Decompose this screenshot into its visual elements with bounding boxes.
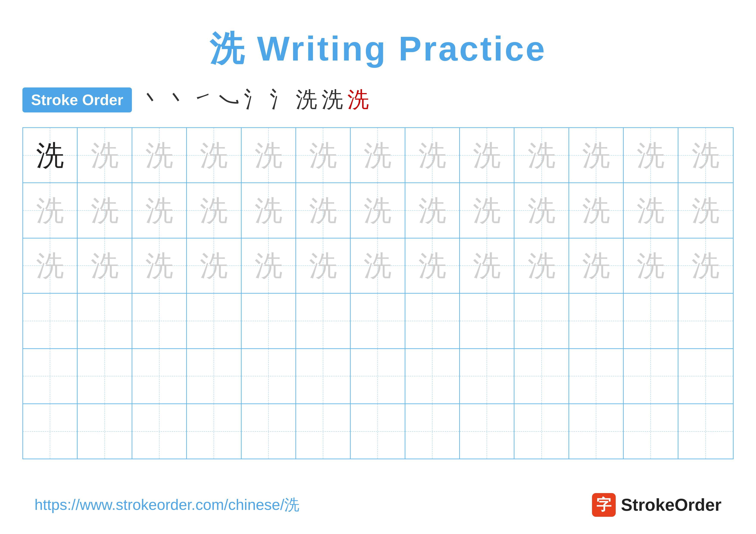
grid-cell-4-4[interactable]: [187, 293, 241, 348]
footer-logo: 字 StrokeOrder: [592, 493, 721, 517]
grid-cell-6-3[interactable]: [132, 404, 187, 459]
grid-cell-4-7[interactable]: [351, 293, 405, 348]
grid-cell-4-3[interactable]: [132, 293, 187, 348]
grid-cell-1-6[interactable]: 洗: [296, 128, 351, 183]
char-light: 洗: [691, 141, 719, 169]
grid-cell-4-2[interactable]: [78, 293, 132, 348]
grid-row-4: [23, 293, 733, 349]
grid-cell-5-7[interactable]: [351, 349, 405, 403]
grid-cell-5-9[interactable]: [460, 349, 514, 403]
grid-cell-4-5[interactable]: [242, 293, 296, 348]
grid-cell-2-13[interactable]: 洗: [678, 183, 733, 238]
grid-cell-6-10[interactable]: [514, 404, 569, 459]
grid-cell-3-10[interactable]: 洗: [514, 239, 569, 293]
grid-cell-6-8[interactable]: [405, 404, 460, 459]
grid-cell-4-11[interactable]: [569, 293, 624, 348]
grid-cell-3-1[interactable]: 洗: [23, 239, 78, 293]
grid-cell-3-12[interactable]: 洗: [624, 239, 678, 293]
grid-cell-4-1[interactable]: [23, 293, 78, 348]
grid-cell-1-10[interactable]: 洗: [514, 128, 569, 183]
char-light: 洗: [255, 196, 283, 224]
grid-cell-4-6[interactable]: [296, 293, 351, 348]
grid-cell-1-7[interactable]: 洗: [351, 128, 405, 183]
grid-cell-1-11[interactable]: 洗: [569, 128, 624, 183]
grid-cell-1-1[interactable]: 洗: [23, 128, 78, 183]
grid-cell-3-6[interactable]: 洗: [296, 239, 351, 293]
grid-cell-1-12[interactable]: 洗: [624, 128, 678, 183]
grid-cell-6-9[interactable]: [460, 404, 514, 459]
grid-cell-2-1[interactable]: 洗: [23, 183, 78, 238]
char-black: 洗: [36, 141, 64, 169]
grid-cell-3-3[interactable]: 洗: [132, 239, 187, 293]
char-light: 洗: [145, 141, 173, 169]
grid-cell-5-13[interactable]: [678, 349, 733, 403]
grid-cell-3-5[interactable]: 洗: [242, 239, 296, 293]
stroke-1: 丶: [141, 85, 162, 114]
stroke-8: 洗: [322, 85, 343, 114]
grid-cell-3-4[interactable]: 洗: [187, 239, 241, 293]
grid-cell-5-3[interactable]: [132, 349, 187, 403]
grid-cell-2-4[interactable]: 洗: [187, 183, 241, 238]
grid-cell-1-8[interactable]: 洗: [405, 128, 460, 183]
grid-cell-1-13[interactable]: 洗: [678, 128, 733, 183]
grid-cell-2-5[interactable]: 洗: [242, 183, 296, 238]
grid-cell-1-3[interactable]: 洗: [132, 128, 187, 183]
grid-cell-5-10[interactable]: [514, 349, 569, 403]
grid-cell-3-13[interactable]: 洗: [678, 239, 733, 293]
grid-cell-2-11[interactable]: 洗: [569, 183, 624, 238]
char-light: 洗: [473, 196, 501, 224]
stroke-5: 氵: [244, 85, 265, 114]
stroke-6: 氵: [270, 85, 291, 114]
grid-cell-2-8[interactable]: 洗: [405, 183, 460, 238]
grid-cell-3-8[interactable]: 洗: [405, 239, 460, 293]
grid-cell-2-3[interactable]: 洗: [132, 183, 187, 238]
grid-row-3: 洗 洗 洗 洗 洗 洗 洗 洗 洗: [23, 239, 733, 293]
char-light: 洗: [36, 252, 64, 280]
practice-grid: 洗 洗 洗 洗 洗 洗 洗 洗 洗: [22, 127, 734, 459]
grid-cell-2-10[interactable]: 洗: [514, 183, 569, 238]
grid-cell-5-4[interactable]: [187, 349, 241, 403]
grid-cell-6-7[interactable]: [351, 404, 405, 459]
grid-cell-2-7[interactable]: 洗: [351, 183, 405, 238]
char-light: 洗: [364, 252, 392, 280]
grid-cell-5-1[interactable]: [23, 349, 78, 403]
grid-cell-4-12[interactable]: [624, 293, 678, 348]
grid-cell-6-2[interactable]: [78, 404, 132, 459]
grid-cell-4-9[interactable]: [460, 293, 514, 348]
grid-cell-3-2[interactable]: 洗: [78, 239, 132, 293]
grid-cell-1-5[interactable]: 洗: [242, 128, 296, 183]
grid-cell-2-2[interactable]: 洗: [78, 183, 132, 238]
grid-cell-5-6[interactable]: [296, 349, 351, 403]
grid-cell-6-1[interactable]: [23, 404, 78, 459]
grid-cell-6-4[interactable]: [187, 404, 241, 459]
grid-cell-4-10[interactable]: [514, 293, 569, 348]
grid-cell-6-5[interactable]: [242, 404, 296, 459]
char-light: 洗: [418, 196, 446, 224]
stroke-order-section: Stroke Order 丶 丶 ㇀ ㇃ 氵 氵 洗 洗 洗: [22, 85, 734, 114]
grid-cell-6-12[interactable]: [624, 404, 678, 459]
grid-cell-3-7[interactable]: 洗: [351, 239, 405, 293]
char-light: 洗: [691, 196, 719, 224]
grid-cell-3-11[interactable]: 洗: [569, 239, 624, 293]
grid-cell-5-2[interactable]: [78, 349, 132, 403]
grid-cell-6-6[interactable]: [296, 404, 351, 459]
grid-cell-5-5[interactable]: [242, 349, 296, 403]
grid-cell-1-2[interactable]: 洗: [78, 128, 132, 183]
char-light: 洗: [364, 196, 392, 224]
grid-cell-5-12[interactable]: [624, 349, 678, 403]
grid-cell-5-8[interactable]: [405, 349, 460, 403]
char-light: 洗: [309, 252, 337, 280]
grid-cell-6-13[interactable]: [678, 404, 733, 459]
grid-cell-3-9[interactable]: 洗: [460, 239, 514, 293]
grid-cell-1-4[interactable]: 洗: [187, 128, 241, 183]
char-light: 洗: [473, 252, 501, 280]
footer: https://www.strokeorder.com/chinese/洗 字 …: [0, 493, 756, 517]
grid-cell-2-6[interactable]: 洗: [296, 183, 351, 238]
grid-cell-2-9[interactable]: 洗: [460, 183, 514, 238]
grid-cell-4-8[interactable]: [405, 293, 460, 348]
grid-cell-2-12[interactable]: 洗: [624, 183, 678, 238]
grid-cell-5-11[interactable]: [569, 349, 624, 403]
grid-cell-6-11[interactable]: [569, 404, 624, 459]
grid-cell-4-13[interactable]: [678, 293, 733, 348]
grid-cell-1-9[interactable]: 洗: [460, 128, 514, 183]
